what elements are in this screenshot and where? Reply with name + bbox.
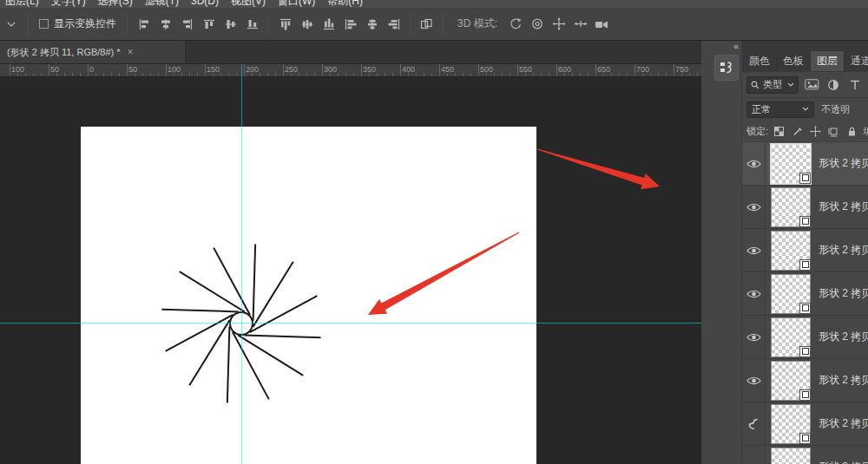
- menu-item[interactable]: 视图(V): [231, 0, 266, 8]
- layer-visibility-toggle[interactable]: [742, 142, 766, 186]
- layer-thumbnail[interactable]: [771, 404, 811, 444]
- horizontal-guide[interactable]: [0, 323, 701, 323]
- lock-artboard-nesting-icon[interactable]: [826, 124, 841, 139]
- layer-name: 形状 2 拷贝: [819, 373, 868, 388]
- panel-tab[interactable]: 颜色: [743, 51, 777, 71]
- ruler-label: 750: [675, 65, 688, 74]
- lock-position-icon[interactable]: [808, 124, 823, 139]
- lock-all-icon[interactable]: [845, 124, 859, 139]
- layer-visibility-toggle[interactable]: [742, 272, 766, 316]
- menu-item[interactable]: 图层(L): [5, 0, 39, 8]
- layer-row[interactable]: 形状 2 拷贝: [742, 316, 868, 359]
- eye-icon: [746, 289, 761, 299]
- panel-tab[interactable]: 色板: [777, 51, 811, 71]
- menu-item[interactable]: 文字(Y): [51, 0, 86, 8]
- blend-mode-dropdown[interactable]: 正常: [746, 101, 814, 118]
- close-tab-icon[interactable]: ×: [128, 46, 134, 58]
- filter-kind-label: 类型: [763, 78, 784, 91]
- layer-visibility-toggle[interactable]: [742, 402, 766, 446]
- 3d-orbit-button[interactable]: [504, 14, 526, 35]
- 3d-zoom-camera-button[interactable]: [591, 14, 613, 35]
- align-right-button[interactable]: [176, 14, 198, 35]
- distribute-vertical-center-button[interactable]: [296, 14, 318, 35]
- layer-visibility-toggle[interactable]: [742, 359, 766, 402]
- 3d-pan-button[interactable]: [548, 14, 569, 35]
- document-tab[interactable]: (形状 2 拷贝 11, RGB/8#) * ×: [0, 41, 186, 63]
- filter-type-layers-icon[interactable]: [846, 77, 864, 93]
- layer-thumbnail[interactable]: [771, 317, 811, 357]
- layer-row[interactable]: 形状 2 拷贝: [742, 446, 868, 464]
- lock-label: 锁定:: [746, 125, 768, 138]
- filter-adjustment-layers-icon[interactable]: [825, 77, 842, 93]
- ruler-label: 600: [558, 65, 571, 74]
- align-bottom-button[interactable]: [241, 14, 263, 35]
- 3d-roll-button[interactable]: [526, 14, 548, 35]
- menu-item[interactable]: 窗口(W): [278, 0, 315, 8]
- layer-thumbnail[interactable]: [771, 144, 811, 184]
- layer-visibility-toggle[interactable]: [742, 186, 766, 229]
- collapse-panels-icon[interactable]: «: [733, 41, 738, 51]
- 3d-mode-label: 3D 模式:: [457, 16, 497, 31]
- ruler-label: 350: [363, 65, 376, 74]
- ruler-label: 100: [168, 65, 181, 74]
- blend-mode-row: 正常 不透明: [742, 98, 868, 121]
- document-title: (形状 2 拷贝 11, RGB/8#) *: [7, 46, 121, 59]
- 3d-slide-button[interactable]: [569, 14, 591, 35]
- distribute-horizontal-center-button[interactable]: [361, 14, 383, 35]
- panel-tab[interactable]: 图层: [811, 51, 845, 71]
- panel-tab[interactable]: 通道: [845, 51, 868, 71]
- ruler-label: 650: [597, 65, 610, 74]
- layer-row[interactable]: 形状 2 拷贝: [742, 402, 868, 446]
- ruler-label: 50: [50, 65, 59, 74]
- layer-name: 形状 2 拷贝: [819, 243, 868, 258]
- layer-visibility-toggle[interactable]: [742, 229, 766, 272]
- align-horizontal-center-button[interactable]: [155, 14, 176, 35]
- layer-thumbnail[interactable]: [771, 274, 811, 314]
- divider: [410, 13, 411, 36]
- layer-visibility-toggle[interactable]: [742, 446, 766, 464]
- document-area: (形状 2 拷贝 11, RGB/8#) * × 100500501001502…: [0, 41, 701, 464]
- auto-align-layers-button[interactable]: [416, 14, 437, 35]
- distribute-top-button[interactable]: [274, 14, 296, 35]
- distribute-left-button[interactable]: [339, 14, 361, 35]
- layer-thumbnail[interactable]: [771, 361, 811, 401]
- align-vertical-center-button[interactable]: [220, 14, 241, 35]
- chevron-down-icon: [7, 21, 16, 28]
- layer-row[interactable]: 形状 2 拷贝: [742, 142, 868, 186]
- layer-row[interactable]: 形状 2 拷贝: [742, 359, 868, 402]
- canvas-viewport[interactable]: [0, 77, 701, 464]
- align-top-button[interactable]: [198, 14, 220, 35]
- layer-row[interactable]: 形状 2 拷贝: [742, 186, 868, 229]
- horizontal-ruler: 1005005010015020025030035040045050055060…: [0, 64, 701, 77]
- layer-name: 形状 2 拷贝: [819, 199, 868, 214]
- menu-bar: 图层(L)文字(Y)选择(S)滤镜(T)3D(D)视图(V)窗口(W)帮助(H): [0, 0, 868, 8]
- history-panel-icon[interactable]: [714, 55, 739, 81]
- tool-preset-dropdown[interactable]: [0, 21, 23, 28]
- layer-thumbnail[interactable]: [771, 187, 811, 227]
- filter-pixel-layers-icon[interactable]: [803, 77, 820, 93]
- layer-row[interactable]: 形状 2 拷贝: [742, 272, 868, 316]
- vector-mask-badge: [799, 346, 811, 357]
- lock-transparent-pixels-icon[interactable]: [772, 124, 786, 139]
- divider: [268, 13, 269, 36]
- layer-thumbnail[interactable]: [771, 448, 811, 464]
- show-transform-checkbox[interactable]: [39, 19, 49, 29]
- eye-icon: [746, 159, 761, 169]
- align-left-button[interactable]: [133, 14, 155, 35]
- menu-item[interactable]: 帮助(H): [327, 0, 363, 8]
- vertical-guide[interactable]: [241, 64, 242, 464]
- divider: [443, 13, 444, 36]
- layer-visibility-toggle[interactable]: [742, 316, 766, 359]
- layer-filter-dropdown[interactable]: 类型: [746, 76, 799, 94]
- distribute-right-button[interactable]: [383, 14, 404, 35]
- menu-item[interactable]: 滤镜(T): [145, 0, 179, 8]
- eye-icon: [746, 376, 761, 386]
- distribute-bottom-button[interactable]: [318, 14, 339, 35]
- layer-thumbnail[interactable]: [771, 231, 811, 271]
- menu-item[interactable]: 选择(S): [98, 0, 133, 8]
- s-curve-icon: [747, 418, 760, 430]
- layer-row[interactable]: 形状 2 拷贝: [742, 229, 868, 272]
- menu-item[interactable]: 3D(D): [191, 0, 219, 8]
- document-tab-bar: (形状 2 拷贝 11, RGB/8#) * ×: [0, 41, 701, 64]
- lock-image-pixels-icon[interactable]: [790, 124, 805, 139]
